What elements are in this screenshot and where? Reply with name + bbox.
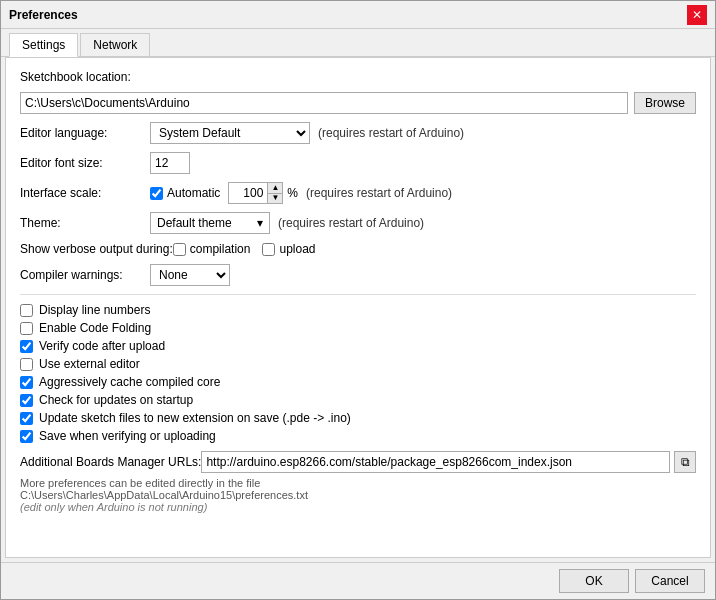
- compiler-warnings-label: Compiler warnings:: [20, 268, 150, 282]
- sketchbook-input[interactable]: [20, 92, 628, 114]
- settings-content: Sketchbook location: Browse Editor langu…: [5, 57, 711, 558]
- ok-button[interactable]: OK: [559, 569, 629, 593]
- check-updates-checkbox[interactable]: [20, 394, 33, 407]
- title-bar: Preferences ✕: [1, 1, 715, 29]
- editor-language-select[interactable]: System Default: [150, 122, 310, 144]
- editor-font-size-label: Editor font size:: [20, 156, 150, 170]
- external-editor-label: Use external editor: [39, 357, 140, 371]
- editor-language-label: Editor language:: [20, 126, 150, 140]
- check-updates-label: Check for updates on startup: [39, 393, 193, 407]
- percent-text: %: [287, 186, 298, 200]
- upload-checkbox-label: upload: [262, 242, 315, 256]
- preferences-dialog: Preferences ✕ Settings Network Sketchboo…: [0, 0, 716, 600]
- boards-manager-label: Additional Boards Manager URLs:: [20, 455, 201, 469]
- checkbox-aggressively-cache: Aggressively cache compiled core: [20, 375, 696, 389]
- compilation-checkbox[interactable]: [173, 243, 186, 256]
- theme-dropdown[interactable]: Default theme ▾: [150, 212, 270, 234]
- display-line-numbers-label: Display line numbers: [39, 303, 150, 317]
- scale-up-button[interactable]: ▲: [268, 183, 282, 194]
- code-folding-label: Enable Code Folding: [39, 321, 151, 335]
- theme-row: Theme: Default theme ▾ (requires restart…: [20, 212, 696, 234]
- separator: [20, 294, 696, 295]
- dialog-title: Preferences: [9, 8, 78, 22]
- compilation-checkbox-label: compilation: [173, 242, 251, 256]
- verbose-label: Show verbose output during:: [20, 242, 173, 256]
- editor-language-row: Editor language: System Default (require…: [20, 122, 696, 144]
- interface-scale-label: Interface scale:: [20, 186, 150, 200]
- scale-spinner: ▲ ▼: [268, 182, 283, 204]
- display-line-numbers-checkbox[interactable]: [20, 304, 33, 317]
- automatic-checkbox[interactable]: [150, 187, 163, 200]
- sketchbook-row: Sketchbook location:: [20, 70, 696, 84]
- compiler-warnings-select[interactable]: None: [150, 264, 230, 286]
- info-line1: More preferences can be edited directly …: [20, 477, 696, 489]
- checkbox-update-sketch-files: Update sketch files to new extension on …: [20, 411, 696, 425]
- code-folding-checkbox[interactable]: [20, 322, 33, 335]
- checkbox-verify-code: Verify code after upload: [20, 339, 696, 353]
- aggressively-cache-label: Aggressively cache compiled core: [39, 375, 220, 389]
- sketchbook-input-row: Browse: [20, 92, 696, 114]
- cancel-button[interactable]: Cancel: [635, 569, 705, 593]
- boards-manager-icon-button[interactable]: ⧉: [674, 451, 696, 473]
- tab-bar: Settings Network: [1, 29, 715, 57]
- theme-value: Default theme: [157, 216, 232, 230]
- external-editor-checkbox[interactable]: [20, 358, 33, 371]
- checkbox-external-editor: Use external editor: [20, 357, 696, 371]
- update-sketch-files-checkbox[interactable]: [20, 412, 33, 425]
- theme-label: Theme:: [20, 216, 150, 230]
- checkbox-code-folding: Enable Code Folding: [20, 321, 696, 335]
- boards-manager-row: Additional Boards Manager URLs: ⧉: [20, 451, 696, 473]
- checkbox-check-updates: Check for updates on startup: [20, 393, 696, 407]
- save-when-verifying-label: Save when verifying or uploading: [39, 429, 216, 443]
- dialog-footer: OK Cancel: [1, 562, 715, 599]
- verbose-output-row: Show verbose output during: compilation …: [20, 242, 696, 256]
- scale-number-input[interactable]: [228, 182, 268, 204]
- aggressively-cache-checkbox[interactable]: [20, 376, 33, 389]
- tab-settings[interactable]: Settings: [9, 33, 78, 57]
- automatic-checkbox-label: Automatic: [150, 186, 220, 200]
- update-sketch-files-label: Update sketch files to new extension on …: [39, 411, 351, 425]
- theme-chevron-icon: ▾: [257, 216, 263, 230]
- scale-down-button[interactable]: ▼: [268, 194, 282, 204]
- browse-button[interactable]: Browse: [634, 92, 696, 114]
- upload-checkbox[interactable]: [262, 243, 275, 256]
- save-when-verifying-checkbox[interactable]: [20, 430, 33, 443]
- editor-font-size-row: Editor font size:: [20, 152, 696, 174]
- scale-controls: Automatic ▲ ▼ % (requires restart of Ard…: [150, 182, 452, 204]
- compiler-warnings-row: Compiler warnings: None: [20, 264, 696, 286]
- theme-note: (requires restart of Arduino): [278, 216, 424, 230]
- editor-language-note: (requires restart of Arduino): [318, 126, 464, 140]
- info-line3: (edit only when Arduino is not running): [20, 501, 696, 513]
- editor-font-size-input[interactable]: [150, 152, 190, 174]
- interface-scale-note: (requires restart of Arduino): [306, 186, 452, 200]
- verify-code-checkbox[interactable]: [20, 340, 33, 353]
- scale-number-wrap: ▲ ▼: [228, 182, 283, 204]
- interface-scale-row: Interface scale: Automatic ▲ ▼ % (requir…: [20, 182, 696, 204]
- verify-code-label: Verify code after upload: [39, 339, 165, 353]
- sketchbook-label: Sketchbook location:: [20, 70, 150, 84]
- tab-network[interactable]: Network: [80, 33, 150, 56]
- checkbox-display-line-numbers: Display line numbers: [20, 303, 696, 317]
- boards-manager-input[interactable]: [201, 451, 670, 473]
- checkbox-save-when-verifying: Save when verifying or uploading: [20, 429, 696, 443]
- close-button[interactable]: ✕: [687, 5, 707, 25]
- info-line2: C:\Users\Charles\AppData\Local\Arduino15…: [20, 489, 696, 501]
- info-section: More preferences can be edited directly …: [20, 477, 696, 513]
